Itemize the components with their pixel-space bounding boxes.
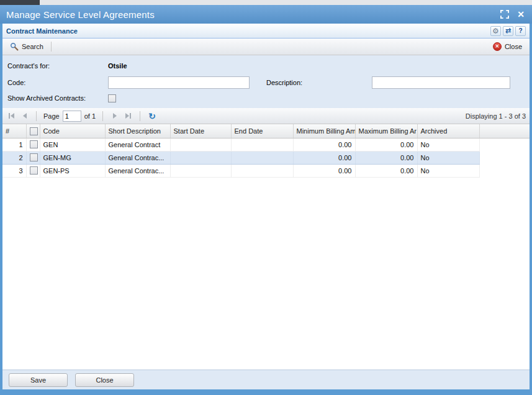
search-button-label: Search [22,43,43,50]
cell-end-date [231,164,293,177]
cell-end-date [231,138,293,151]
first-page-icon[interactable] [6,111,16,121]
main-toolbar: Search ✕ Close [2,39,530,55]
code-input[interactable] [108,76,250,89]
close-toolbar-button[interactable]: ✕ Close [489,40,526,53]
refresh-icon: ↻ [148,112,156,120]
col-header-checkbox[interactable] [26,124,40,138]
cell-code: GEN [40,138,105,151]
contracts-grid: # Code Short Description Start Date End … [2,124,530,178]
prev-page-icon[interactable] [19,111,29,121]
settings-gear-button[interactable]: ⚙ [490,26,501,36]
displaying-status: Displaying 1 - 3 of 3 [466,112,526,120]
help-icon: ? [518,28,522,34]
refresh-grid-button[interactable]: ↻ [147,111,157,121]
background-dark-fragment [0,0,40,5]
cell-archived: No [417,151,479,164]
close-toolbar-label: Close [505,43,522,50]
dialog-window: Manage Service Level Agreements ✕ Contra… [0,5,532,395]
toolbar-separator [51,42,52,52]
code-label: Code: [7,79,108,86]
cell-row-checkbox[interactable] [26,138,40,151]
help-button[interactable]: ? [515,26,526,36]
close-circle-icon: ✕ [493,42,502,51]
contracts-for-label: Contract's for: [7,62,108,70]
cell-max-billing: 0.00 [355,151,417,164]
table-row[interactable]: 1 GEN General Contract 0.00 0.00 No [2,138,530,151]
last-page-icon[interactable] [123,111,133,121]
paging-separator [140,111,140,121]
cell-row-checkbox[interactable] [26,151,40,164]
maximize-icon[interactable] [500,9,510,19]
page-of-label: of 1 [84,112,96,120]
col-header-end-date[interactable]: End Date [231,124,293,138]
row-select-checkbox[interactable] [30,153,38,161]
cell-archived: No [417,164,479,177]
window-title: Manage Service Level Agreements [6,9,500,20]
select-all-checkbox[interactable] [30,127,38,135]
background-page-sliver [0,0,532,5]
cell-start-date [170,151,231,164]
cell-start-date [170,138,231,151]
window-titlebar[interactable]: Manage Service Level Agreements ✕ [0,5,532,24]
cell-row-number: 1 [2,138,26,151]
table-row[interactable]: 3 GEN-PS General Contrac... 0.00 0.00 No [2,164,530,177]
description-input[interactable] [372,76,510,89]
cell-code: GEN-MG [40,151,105,164]
description-label: Description: [266,79,372,86]
cell-filler [479,151,530,164]
refresh-panel-button[interactable]: ⇄ [503,26,513,36]
cell-end-date [231,151,293,164]
col-header-archived[interactable]: Archived [417,124,479,138]
show-archived-label: Show Archived Contracts: [7,94,108,102]
footer-bar: Save Close [2,370,530,389]
cell-row-number: 2 [2,151,26,164]
next-page-icon[interactable] [110,111,120,121]
sync-icon: ⇄ [505,27,511,34]
cell-min-billing: 0.00 [293,164,355,177]
cell-min-billing: 0.00 [293,151,355,164]
cell-short-description: General Contrac... [105,151,170,164]
col-header-filler [479,124,530,138]
cell-row-number: 3 [2,164,26,177]
search-icon [10,42,19,51]
cell-filler [479,138,530,151]
col-header-short-description[interactable]: Short Description [105,124,170,138]
grid-header-row: # Code Short Description Start Date End … [2,124,530,138]
row-select-checkbox[interactable] [30,166,38,175]
cell-min-billing: 0.00 [293,138,355,151]
panel-title: Contract Maintenance [6,27,490,35]
col-header-start-date[interactable]: Start Date [170,124,231,138]
table-row[interactable]: 2 GEN-MG General Contrac... 0.00 0.00 No [2,151,530,164]
col-header-code[interactable]: Code [40,124,105,138]
show-archived-checkbox[interactable] [108,94,116,102]
page-number-input[interactable] [63,111,81,122]
search-button[interactable]: Search [6,40,47,53]
cell-short-description: General Contrac... [105,164,170,177]
save-button[interactable]: Save [9,373,68,387]
cell-short-description: General Contract [105,138,170,151]
gear-icon: ⚙ [492,27,499,35]
panel-header: Contract Maintenance ⚙ ⇄ ? [2,24,530,39]
cell-filler [479,164,530,177]
cell-max-billing: 0.00 [355,164,417,177]
close-button[interactable]: Close [75,373,134,387]
contracts-for-value: Otsile [108,62,127,70]
cell-archived: No [417,138,479,151]
cell-max-billing: 0.00 [355,138,417,151]
cell-code: GEN-PS [40,164,105,177]
close-icon[interactable]: ✕ [516,9,526,19]
paging-separator [102,111,103,121]
paging-separator [36,111,37,121]
cell-row-checkbox[interactable] [26,164,40,177]
col-header-num[interactable]: # [2,124,26,138]
window-body: Contract Maintenance ⚙ ⇄ ? Search [2,24,530,389]
page-label: Page [43,112,60,120]
row-select-checkbox[interactable] [30,140,38,148]
grid-empty-area [2,178,530,370]
paging-toolbar: Page of 1 ↻ Displaying 1 - 3 of 3 [2,108,530,124]
col-header-max-billing[interactable]: Maximum Billing Ar [355,124,417,138]
col-header-min-billing[interactable]: Minimum Billing Am [293,124,355,138]
cell-start-date [170,164,231,177]
filter-form: Contract's for: Otsile Code: Description… [2,55,530,108]
